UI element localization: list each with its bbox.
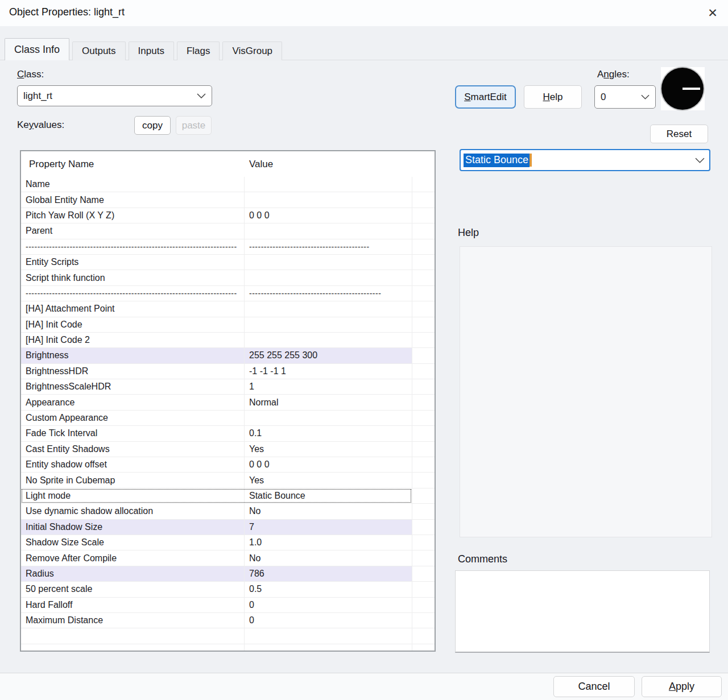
table-row[interactable] — [21, 644, 435, 652]
tab-bar: Class Info Outputs Inputs Flags VisGroup — [5, 38, 285, 60]
angle-dial[interactable] — [661, 68, 704, 110]
smartedit-label-rest: martEdit — [471, 92, 507, 103]
table-row[interactable]: Shadow Size Scale1.0 — [21, 535, 435, 550]
row-extra-cell — [412, 504, 435, 519]
table-row[interactable]: Brightness255 255 255 300 — [21, 348, 435, 363]
titlebar: Object Properties: light_rt ✕ — [0, 0, 728, 26]
row-extra-cell — [412, 566, 435, 581]
table-row-main: Hard Falloff0 — [21, 598, 412, 612]
comments-input[interactable] — [455, 570, 710, 653]
table-row[interactable]: Name — [21, 177, 435, 192]
property-table-body: NameGlobal Entity NamePitch Yaw Roll (X … — [21, 177, 435, 652]
reset-button[interactable]: Reset — [650, 125, 708, 143]
chevron-down-icon — [695, 158, 705, 163]
table-row[interactable]: Global Entity Name — [21, 192, 435, 208]
table-row[interactable]: 50 percent scale0.5 — [21, 582, 435, 597]
row-extra-cell — [412, 177, 435, 192]
table-row[interactable]: Light modeStatic Bounce — [21, 488, 435, 504]
class-label-accel: C — [17, 69, 24, 80]
property-name-cell: Maximum Distance — [21, 613, 245, 628]
row-extra-cell — [412, 473, 435, 487]
close-icon[interactable]: ✕ — [703, 3, 722, 23]
property-value-cell — [245, 411, 412, 425]
row-extra-cell — [412, 317, 435, 332]
table-row[interactable]: Pitch Yaw Roll (X Y Z)0 0 0 — [21, 208, 435, 223]
table-row[interactable]: Entity shadow offset0 0 0 — [21, 457, 435, 473]
property-name-cell: Light mode — [21, 488, 245, 503]
table-row[interactable]: Cast Entity ShadowsYes — [21, 442, 435, 457]
table-row-main: Use dynamic shadow allocationNo — [21, 504, 412, 519]
table-row[interactable]: Initial Shadow Size7 — [21, 520, 435, 535]
table-row[interactable]: AppearanceNormal — [21, 395, 435, 410]
angles-dropdown[interactable]: 0 — [594, 85, 656, 109]
property-value-cell: -1 -1 -1 1 — [245, 364, 412, 379]
table-row-main: Parent — [21, 223, 412, 238]
table-row[interactable]: [HA] Attachment Point — [21, 301, 435, 317]
property-value-cell: 1 — [245, 379, 412, 394]
property-table-header: Property Name Value — [21, 151, 435, 177]
table-row[interactable]: Use dynamic shadow allocationNo — [21, 504, 435, 519]
property-value-cell: Normal — [245, 395, 412, 409]
row-extra-cell — [412, 348, 435, 363]
apply-button[interactable]: Apply — [642, 676, 722, 697]
row-extra-cell — [412, 364, 435, 379]
value-edit-selected-text: Static Bounce — [464, 154, 530, 167]
table-row[interactable]: [HA] Init Code 2 — [21, 333, 435, 348]
table-row[interactable]: No Sprite in CubemapYes — [21, 473, 435, 488]
angles-label-pre: A — [597, 69, 603, 80]
table-row-main: Brightness255 255 255 300 — [21, 348, 412, 363]
table-row[interactable]: Maximum Distance0 — [21, 613, 435, 628]
table-row-main: 50 percent scale0.5 — [21, 582, 412, 597]
table-row-main: Light modeStatic Bounce — [21, 488, 412, 503]
table-row-main: Shadow Size Scale1.0 — [21, 535, 412, 550]
copy-button[interactable]: copy — [134, 116, 171, 135]
help-button[interactable]: Help — [524, 85, 582, 109]
tab-flags[interactable]: Flags — [177, 42, 220, 60]
table-row[interactable]: BrightnessScaleHDR1 — [21, 379, 435, 395]
table-row-main: Custom Appearance — [21, 411, 412, 425]
cancel-button[interactable]: Cancel — [553, 676, 635, 697]
tab-inputs[interactable]: Inputs — [129, 42, 174, 60]
value-edit-dropdown[interactable]: Static Bounce — [460, 149, 710, 171]
row-extra-cell — [412, 223, 435, 238]
help-panel-content — [460, 246, 712, 537]
table-row-main: Script think function — [21, 270, 412, 285]
property-value-cell — [245, 255, 412, 270]
property-value-cell: 7 — [245, 520, 412, 535]
table-row[interactable]: Radius786 — [21, 566, 435, 582]
property-value-cell — [245, 223, 412, 238]
keyvalues-label-pre: Ke — [17, 119, 29, 130]
tab-class-info[interactable]: Class Info — [5, 38, 69, 60]
table-row[interactable]: Parent — [21, 223, 435, 239]
table-row[interactable]: ----------------------------------------… — [21, 239, 435, 255]
property-value-cell: Static Bounce — [245, 488, 412, 503]
row-extra-cell — [412, 411, 435, 425]
table-row[interactable] — [21, 628, 435, 644]
tab-visgroup[interactable]: VisGroup — [222, 42, 282, 60]
property-value-cell: No — [245, 550, 412, 565]
row-extra-cell — [412, 644, 435, 652]
property-name-cell: Cast Entity Shadows — [21, 442, 245, 457]
table-row[interactable]: Custom Appearance — [21, 411, 435, 426]
table-row[interactable]: Script think function — [21, 270, 435, 285]
table-row-main: [HA] Init Code 2 — [21, 333, 412, 347]
row-extra-cell — [412, 395, 435, 409]
table-row[interactable]: Fade Tick Interval0.1 — [21, 426, 435, 441]
row-extra-cell — [412, 598, 435, 612]
paste-button: paste — [176, 116, 212, 135]
tab-outputs[interactable]: Outputs — [72, 42, 126, 60]
property-value-cell — [245, 628, 412, 643]
table-row[interactable]: ----------------------------------------… — [21, 286, 435, 301]
property-name-cell: Pitch Yaw Roll (X Y Z) — [21, 208, 245, 223]
table-row[interactable]: Entity Scripts — [21, 255, 435, 270]
table-row-main: Initial Shadow Size7 — [21, 520, 412, 535]
class-dropdown[interactable]: light_rt — [17, 85, 212, 106]
property-value-cell — [245, 317, 412, 332]
table-row[interactable]: Hard Falloff0 — [21, 598, 435, 613]
smartedit-button[interactable]: SmartEdit — [455, 85, 516, 109]
text-caret — [530, 154, 532, 167]
table-row[interactable]: BrightnessHDR-1 -1 -1 1 — [21, 364, 435, 379]
table-row[interactable]: Remove After CompileNo — [21, 550, 435, 566]
row-extra-cell — [412, 270, 435, 285]
table-row[interactable]: [HA] Init Code — [21, 317, 435, 333]
